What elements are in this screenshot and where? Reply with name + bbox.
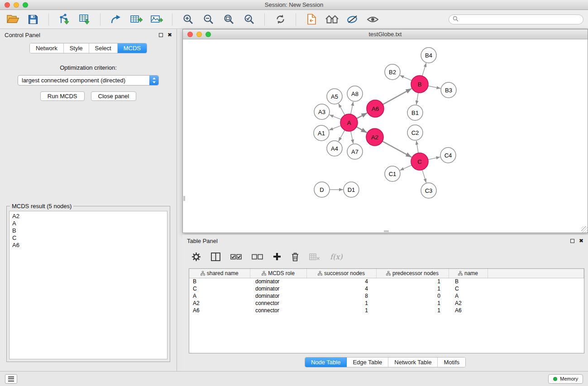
graph-node-D[interactable]: D (314, 182, 330, 197)
result-item[interactable]: A6 (12, 242, 164, 249)
table-cell[interactable]: 4 (306, 285, 376, 292)
tab-mcds[interactable]: MCDS (118, 43, 147, 53)
table-row[interactable]: A6connector11A6 (189, 307, 584, 314)
table-cell[interactable]: B (189, 278, 250, 285)
refresh-icon[interactable] (272, 12, 288, 27)
graph-node-A7[interactable]: A7 (347, 144, 363, 159)
graph-edge-A-A5[interactable] (339, 104, 345, 115)
table-cell[interactable]: A2 (449, 300, 488, 307)
graph-node-A4[interactable]: A4 (327, 141, 342, 156)
insert-column-icon[interactable] (211, 253, 220, 261)
select-all-icon[interactable] (230, 254, 242, 260)
column-header-successor-nodes[interactable]: successor nodes (306, 269, 376, 278)
open-file-icon[interactable] (5, 12, 21, 27)
table-cell[interactable]: A6 (189, 307, 250, 314)
horizontal-scroll-mark[interactable] (384, 230, 389, 232)
mcds-result-list[interactable]: A2ABCA6 (9, 211, 167, 359)
graph-edge-A-A8[interactable] (351, 102, 354, 114)
tab-style[interactable]: Style (64, 43, 89, 53)
graph-node-A3[interactable]: A3 (314, 104, 330, 119)
home-icon[interactable] (324, 12, 340, 27)
result-item[interactable]: A2 (12, 213, 164, 220)
network-canvas[interactable]: B4B2BB3A8A5A6A3B1AC2A1A2A4A7C4CC1C3DD1 (183, 40, 588, 233)
close-view-button[interactable] (187, 32, 193, 37)
close-panel-icon[interactable]: ✖ (167, 32, 172, 38)
table-cell[interactable]: B (449, 278, 488, 285)
graph-edge-C-C1[interactable] (400, 165, 411, 171)
graph-node-B2[interactable]: B2 (385, 64, 400, 80)
graph-node-B1[interactable]: B1 (407, 105, 423, 120)
graph-edge-B-B2[interactable] (400, 75, 411, 81)
graph-edge-A-A7[interactable] (351, 131, 354, 144)
graph-edge-B-B4[interactable] (422, 63, 426, 76)
graph-edge-A-A6[interactable] (357, 113, 368, 119)
table-row[interactable]: A2connector11A2 (189, 300, 584, 307)
close-panel-button[interactable]: Close panel (91, 91, 137, 101)
import-table-from-file-icon[interactable] (76, 12, 93, 27)
criterion-select[interactable]: largest connected component (directed) (18, 75, 159, 86)
table-cell[interactable]: 1 (376, 278, 449, 285)
graph-edge-C-C4[interactable] (428, 157, 440, 160)
tab-node-table[interactable]: Node Table (305, 357, 347, 367)
table-cell[interactable]: connector (250, 300, 306, 307)
column-header-predecessor-nodes[interactable]: predecessor nodes (376, 269, 449, 278)
result-item[interactable]: A (12, 220, 164, 227)
table-row[interactable]: Adominator80A (189, 292, 584, 300)
table-cell[interactable]: 0 (376, 292, 449, 300)
minimize-window-button[interactable] (14, 2, 19, 8)
graph-node-B4[interactable]: B4 (421, 48, 436, 63)
delete-row-icon[interactable] (291, 252, 299, 262)
graph-edge-A-A4[interactable] (339, 130, 345, 142)
graph-node-A2[interactable]: A2 (366, 129, 383, 146)
resize-grip[interactable] (581, 226, 588, 233)
label-visibility-icon[interactable] (344, 12, 360, 27)
graph-edge-A-A1[interactable] (329, 126, 341, 130)
table-cell[interactable]: 1 (376, 300, 449, 307)
close-window-button[interactable] (5, 2, 10, 8)
graph-edge-A-A3[interactable] (330, 115, 341, 119)
graph-edge-A6-B[interactable] (383, 89, 412, 105)
zoom-view-button[interactable] (206, 32, 211, 37)
task-history-button[interactable] (5, 374, 17, 384)
close-table-panel-icon[interactable]: ✖ (579, 238, 583, 243)
table-cell[interactable]: C (189, 285, 250, 292)
save-session-icon[interactable] (25, 12, 41, 27)
column-header-name[interactable]: name (449, 269, 488, 278)
graph-edge-B-B3[interactable] (428, 86, 441, 89)
graph-node-A5[interactable]: A5 (327, 89, 342, 104)
float-table-panel-icon[interactable] (570, 239, 574, 243)
result-item[interactable]: B (12, 227, 164, 234)
memory-button[interactable]: Memory (548, 374, 583, 384)
export-table-icon[interactable] (128, 12, 144, 27)
graph-edge-C-C3[interactable] (422, 170, 426, 183)
search-box[interactable] (449, 14, 583, 24)
table-row[interactable]: Cdominator41C (189, 285, 584, 292)
delete-column-icon[interactable] (309, 253, 320, 261)
graph-node-B[interactable]: B (411, 76, 428, 93)
tab-select[interactable]: Select (89, 43, 118, 53)
unselect-all-icon[interactable] (252, 254, 263, 260)
export-image-icon[interactable] (148, 12, 165, 27)
table-cell[interactable]: dominator (250, 278, 306, 285)
table-cell[interactable]: 8 (306, 292, 376, 300)
table-cell[interactable]: A (189, 292, 250, 300)
run-mcds-button[interactable]: Run MCDS (40, 91, 85, 101)
column-header-MCDS-role[interactable]: MCDS role (250, 269, 306, 278)
eye-icon[interactable] (364, 12, 381, 27)
tab-motifs[interactable]: Motifs (438, 357, 465, 367)
graph-node-A8[interactable]: A8 (347, 86, 363, 101)
zoom-selected-icon[interactable] (241, 12, 257, 27)
minimize-view-button[interactable] (196, 32, 202, 37)
table-cell[interactable]: 1 (376, 307, 449, 314)
table-cell[interactable]: C (449, 285, 488, 292)
graph-node-C3[interactable]: C3 (421, 183, 436, 198)
import-network-from-file-icon[interactable] (56, 12, 72, 27)
tab-network[interactable]: Network (30, 43, 64, 53)
table-cell[interactable]: A6 (449, 307, 488, 314)
table-row[interactable]: Bdominator41B (189, 278, 584, 285)
graph-node-C1[interactable]: C1 (385, 166, 400, 181)
table-cell[interactable]: 1 (376, 285, 449, 292)
export-network-icon[interactable] (108, 12, 124, 27)
tab-network-table[interactable]: Network Table (388, 357, 438, 367)
result-item[interactable]: C (12, 234, 164, 242)
